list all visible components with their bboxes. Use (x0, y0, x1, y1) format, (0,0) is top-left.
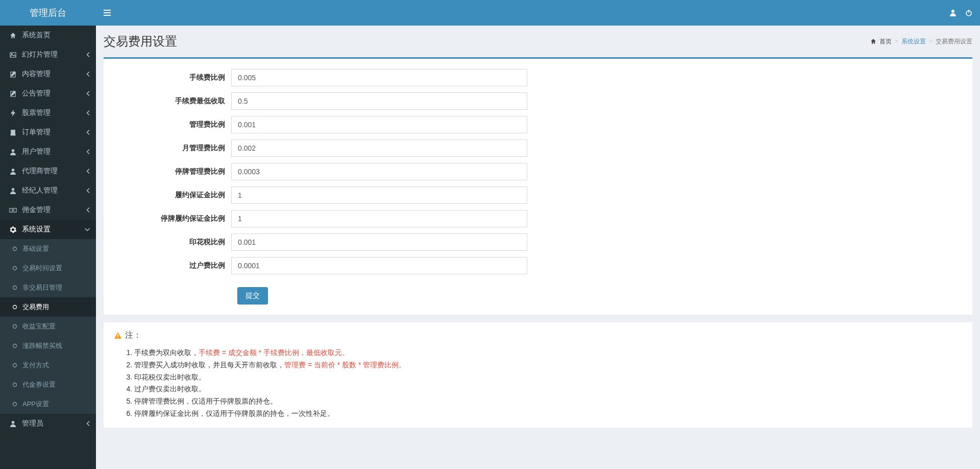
breadcrumb-sep: > (929, 38, 933, 45)
chevron-left-icon (86, 72, 90, 77)
sidebar-item-0[interactable]: 系统首页 (0, 26, 96, 45)
form-input-1[interactable] (231, 92, 527, 110)
form-group-0: 手续费比例 (109, 69, 967, 86)
submenu-item-5[interactable]: 涨跌幅禁买线 (0, 336, 96, 356)
user-icon (8, 187, 18, 194)
svg-point-12 (11, 169, 14, 172)
form-input-6[interactable] (231, 210, 527, 227)
sidebar-item-10[interactable]: 系统设置 (0, 220, 96, 239)
note-pre: 过户费仅卖出时收取。 (134, 385, 206, 393)
submenu-item-label: 代金券设置 (22, 380, 56, 389)
form-label-2: 管理费比例 (109, 120, 231, 129)
sidebar-item-label: 系统设置 (22, 225, 51, 234)
edit-icon (8, 90, 18, 97)
form-input-0[interactable] (231, 69, 527, 86)
sidebar-item-9[interactable]: 佣金管理 (0, 200, 96, 220)
sidebar-item-label: 管理员 (22, 419, 43, 428)
chevron-left-icon (86, 130, 90, 135)
svg-point-11 (11, 149, 14, 152)
submenu-item-2[interactable]: 非交易日管理 (0, 278, 96, 297)
breadcrumb-current: 交易费用设置 (936, 37, 972, 46)
logo-text: 管理后台 (30, 7, 66, 19)
form-input-4[interactable] (231, 163, 527, 180)
form-input-3[interactable] (231, 139, 527, 157)
home-icon (870, 38, 876, 44)
form-input-2[interactable] (231, 116, 527, 133)
submenu-item-6[interactable]: 支付方式 (0, 356, 96, 375)
note-title: 注： (114, 330, 962, 341)
submit-button[interactable]: 提交 (237, 287, 268, 304)
sidebar-item-4[interactable]: 股票管理 (0, 103, 96, 123)
sidebar-item-6[interactable]: 用户管理 (0, 142, 96, 161)
circle-icon (10, 266, 19, 271)
power-icon[interactable] (965, 9, 972, 16)
svg-point-18 (13, 286, 17, 290)
breadcrumb-parent[interactable]: 系统设置 (901, 37, 926, 46)
breadcrumb-sep: > (895, 38, 898, 45)
money-icon (8, 207, 18, 213)
submenu-item-3[interactable]: 交易费用 (0, 297, 96, 317)
page-title: 交易费用设置 (104, 33, 177, 50)
submenu-item-8[interactable]: APP设置 (0, 394, 96, 414)
note-pre: 停牌管理费比例，仅适用于停牌股票的持仓。 (134, 397, 277, 405)
form-group-7: 印花税比例 (109, 233, 967, 251)
sidebar-item-8[interactable]: 经纪人管理 (0, 181, 96, 200)
sidebar-item-7[interactable]: 代理商管理 (0, 161, 96, 181)
svg-rect-14 (9, 208, 16, 212)
circle-icon (10, 343, 19, 348)
note-pre: 管理费买入成功时收取，并且每天开市前收取， (134, 361, 284, 369)
form-label-8: 过户费比例 (109, 261, 231, 270)
menu-toggle-icon[interactable] (104, 9, 111, 16)
chevron-left-icon (86, 169, 90, 174)
breadcrumb-home[interactable]: 首页 (879, 37, 892, 46)
picture-icon (8, 52, 18, 58)
sidebar-item-label: 经纪人管理 (22, 186, 58, 195)
sidebar-item-3[interactable]: 公告管理 (0, 84, 96, 103)
note-red: 手续费 = 成交金额 * 手续费比例，最低收取元。 (199, 348, 349, 357)
svg-point-17 (13, 267, 17, 270)
sidebar-item-5[interactable]: 订单管理 (0, 123, 96, 142)
svg-point-25 (11, 421, 14, 424)
note-pre: 印花税仅卖出时收取。 (134, 373, 206, 381)
sidebar-item-1[interactable]: 幻灯片管理 (0, 45, 96, 64)
sidebar-item-label: 订单管理 (22, 128, 51, 137)
form-input-8[interactable] (231, 257, 527, 274)
note-item-5: 停牌履约保证金比例，仅适用于停牌股票的持仓，一次性补足。 (134, 408, 962, 420)
sidebar-item-label: 股票管理 (22, 108, 51, 118)
user-icon (8, 168, 18, 175)
submenu-item-label: APP设置 (22, 400, 49, 409)
svg-point-22 (13, 364, 17, 367)
sidebar-item-2[interactable]: 内容管理 (0, 64, 96, 84)
form-group-8: 过户费比例 (109, 257, 967, 274)
svg-rect-1 (104, 12, 111, 13)
form-input-5[interactable] (231, 186, 527, 204)
sidebar-item-11[interactable]: 管理员 (0, 414, 96, 433)
circle-icon (10, 382, 19, 387)
user-icon (8, 420, 18, 427)
form-actions: 提交 (109, 287, 967, 304)
form-label-5: 履约保证金比例 (109, 191, 231, 200)
form-label-7: 印花税比例 (109, 238, 231, 247)
submenu-item-label: 收益宝配置 (22, 322, 56, 331)
logo[interactable]: 管理后台 (0, 0, 96, 26)
svg-point-16 (13, 247, 17, 251)
chevron-left-icon (86, 52, 90, 57)
submenu-item-label: 交易费用 (22, 302, 49, 312)
note-title-text: 注： (125, 330, 141, 341)
content-wrapper: 交易费用设置 首页 > 系统设置 > 交易费用设置 手续费比例手续费最低收取管理… (96, 26, 980, 469)
chevron-left-icon (86, 149, 90, 154)
submenu-item-4[interactable]: 收益宝配置 (0, 317, 96, 336)
form-group-5: 履约保证金比例 (109, 186, 967, 204)
form-group-4: 停牌管理费比例 (109, 163, 967, 180)
submenu-item-1[interactable]: 交易时间设置 (0, 259, 96, 278)
form-input-7[interactable] (231, 233, 527, 251)
note-pre: 手续费为双向收取， (134, 348, 199, 357)
circle-icon (10, 304, 19, 310)
user-icon[interactable] (950, 9, 956, 16)
form-group-6: 停牌履约保证金比例 (109, 210, 967, 227)
submenu-item-7[interactable]: 代金券设置 (0, 375, 96, 394)
form-group-1: 手续费最低收取 (109, 92, 967, 110)
note-pre: 停牌履约保证金比例，仅适用于停牌股票的持仓，一次性补足。 (134, 409, 334, 417)
submenu-item-0[interactable]: 基础设置 (0, 239, 96, 259)
note-item-0: 手续费为双向收取，手续费 = 成交金额 * 手续费比例，最低收取元。 (134, 347, 962, 359)
